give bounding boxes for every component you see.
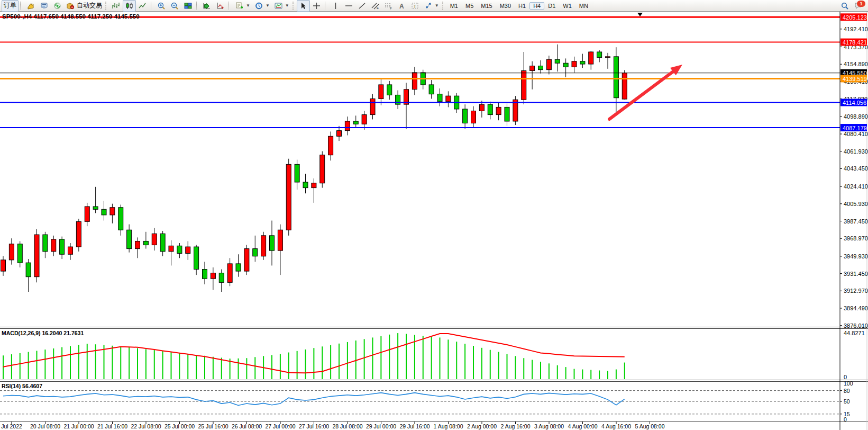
time-label: 25 Jul 00:00 bbox=[165, 423, 195, 429]
zoom-in-button[interactable] bbox=[155, 0, 168, 12]
time-label: 4 Aug 00:00 bbox=[568, 423, 597, 429]
data-window-button[interactable] bbox=[38, 0, 51, 12]
timeframe-MN[interactable]: MN bbox=[575, 2, 592, 10]
timeframe-H1[interactable]: H1 bbox=[515, 2, 529, 10]
new-order-button[interactable]: 订单 bbox=[2, 0, 19, 12]
price-tick-label: 4080.410 bbox=[844, 131, 868, 137]
cursor-button[interactable] bbox=[297, 0, 310, 12]
svg-text:E: E bbox=[377, 6, 379, 10]
zoom-out-button[interactable] bbox=[168, 0, 181, 12]
search-button[interactable] bbox=[838, 0, 852, 12]
market-watch-button[interactable] bbox=[24, 0, 38, 12]
candle-bull bbox=[471, 111, 476, 123]
crosshair-button[interactable] bbox=[310, 0, 323, 12]
candle-bull bbox=[622, 73, 627, 99]
price-tick-label: 4043.450 bbox=[844, 165, 868, 172]
price-badge-label: 4139.519 bbox=[843, 76, 867, 82]
candle-bear bbox=[488, 104, 492, 114]
candle-bear bbox=[43, 235, 48, 252]
signals-button[interactable] bbox=[51, 0, 64, 12]
dropdown-arrow-icon: ▼ bbox=[285, 3, 289, 8]
chart-canvas[interactable]: 4192.4104173.3704154.8904136.4104117.920… bbox=[0, 12, 868, 430]
price-tick-label: 3931.450 bbox=[844, 271, 868, 277]
candle-bull bbox=[244, 249, 249, 271]
candle-bear bbox=[563, 63, 568, 67]
rsi-scale-label: 0 bbox=[844, 416, 847, 423]
candle-bear bbox=[143, 241, 148, 245]
price-tick-label: 4061.930 bbox=[844, 148, 868, 155]
trendline-button[interactable] bbox=[355, 0, 369, 12]
price-tick-label: 4154.890 bbox=[844, 61, 868, 67]
time-label: 2 Aug 00:00 bbox=[467, 423, 497, 429]
candle-bull bbox=[1, 260, 6, 271]
timeframe-M30[interactable]: M30 bbox=[496, 2, 515, 10]
candlestick-chart-icon bbox=[125, 2, 134, 10]
candle-bear bbox=[270, 236, 275, 250]
zoom-out-icon bbox=[170, 2, 179, 10]
chart-svg: 4192.4104173.3704154.8904136.4104117.920… bbox=[0, 12, 868, 430]
candle-bear bbox=[429, 85, 434, 94]
toolbar-grip bbox=[293, 2, 296, 10]
candle-bull bbox=[152, 234, 157, 245]
text-button[interactable]: A bbox=[395, 0, 408, 12]
notifications-button[interactable]: 1 bbox=[852, 0, 866, 12]
line-chart-button[interactable] bbox=[136, 0, 149, 12]
candle-bull bbox=[9, 244, 14, 260]
candle-bear bbox=[538, 66, 543, 70]
new-chart-button[interactable]: ▼ bbox=[233, 0, 252, 12]
bar-chart-button[interactable] bbox=[109, 0, 123, 12]
tile-windows-icon bbox=[184, 2, 193, 10]
candle-bull bbox=[337, 131, 342, 137]
dropdown-arrow-icon: ▼ bbox=[246, 3, 250, 8]
arrows-icon bbox=[424, 2, 433, 10]
time-label: 2 Aug 16:00 bbox=[500, 423, 530, 429]
candle-bull bbox=[572, 61, 577, 67]
time-label: 26 Jul 08:00 bbox=[232, 423, 262, 429]
timeframe-M15[interactable]: M15 bbox=[477, 2, 496, 10]
timeframe-W1[interactable]: W1 bbox=[559, 2, 575, 10]
candle-bull bbox=[169, 246, 173, 252]
candle-bull bbox=[345, 121, 350, 131]
time-label: 1 Aug 08:00 bbox=[433, 423, 463, 429]
time-label: 28 Jul 08:00 bbox=[332, 423, 362, 429]
candle-bull bbox=[76, 221, 81, 247]
candle-bull bbox=[446, 96, 451, 102]
fibonacci-button[interactable]: F bbox=[382, 0, 395, 12]
fibonacci-icon: F bbox=[384, 2, 393, 10]
price-tick-label: 3876.010 bbox=[844, 322, 868, 329]
price-tick-label: 4192.410 bbox=[844, 26, 868, 32]
svg-text:F: F bbox=[390, 7, 392, 10]
candle-bull bbox=[320, 155, 325, 183]
equidistant-channel-button[interactable]: E bbox=[369, 0, 382, 12]
arrows-button[interactable]: ▼ bbox=[422, 0, 441, 12]
candle-bear bbox=[118, 208, 123, 230]
template-button[interactable]: ▼ bbox=[272, 0, 291, 12]
timeframe-H4[interactable]: H4 bbox=[529, 2, 544, 10]
timeframe-clock-button[interactable]: ▼ bbox=[252, 0, 272, 12]
candle-bear bbox=[253, 249, 258, 256]
candlestick-chart-button[interactable] bbox=[123, 0, 136, 12]
candle-bull bbox=[370, 98, 375, 114]
svg-text:A: A bbox=[399, 2, 404, 10]
vertical-line-button[interactable] bbox=[329, 0, 342, 12]
auto-trading-button[interactable]: 自动交易 bbox=[64, 0, 104, 12]
text-label-button[interactable]: T bbox=[408, 0, 422, 12]
candle-bull bbox=[135, 241, 140, 248]
candle-bear bbox=[437, 94, 442, 102]
macd-scale-max: 44.8271 bbox=[844, 330, 865, 336]
timeframe-M5[interactable]: M5 bbox=[462, 2, 477, 10]
periods-button[interactable] bbox=[214, 0, 227, 12]
timeframe-D1[interactable]: D1 bbox=[544, 2, 559, 10]
rsi-scale-label: 100 bbox=[844, 380, 853, 387]
timeframe-M1[interactable]: M1 bbox=[446, 2, 462, 10]
horizontal-line-button[interactable] bbox=[342, 0, 355, 12]
candle-bear bbox=[387, 85, 392, 95]
tile-windows-button[interactable] bbox=[181, 0, 195, 12]
market-watch-icon bbox=[26, 2, 35, 10]
line-chart-icon bbox=[138, 2, 147, 10]
indicators-button[interactable] bbox=[200, 0, 214, 12]
time-label: Jul 2022 bbox=[1, 423, 22, 429]
time-label: 5 Aug 08:00 bbox=[635, 423, 664, 429]
candle-bear bbox=[194, 247, 199, 269]
candle-bull bbox=[286, 164, 291, 230]
